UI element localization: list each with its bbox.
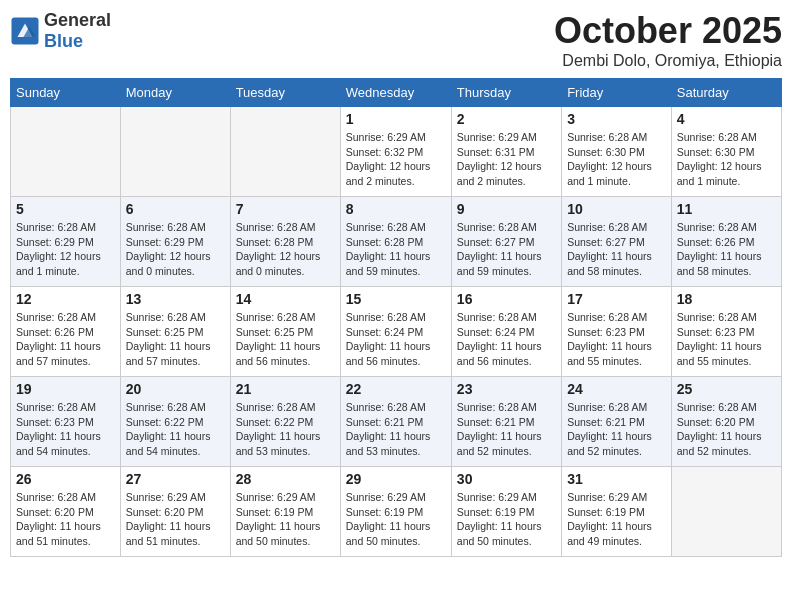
- day-info: Sunrise: 6:28 AMSunset: 6:22 PMDaylight:…: [126, 400, 225, 459]
- day-number: 24: [567, 381, 666, 397]
- day-header-sunday: Sunday: [11, 79, 121, 107]
- day-number: 3: [567, 111, 666, 127]
- day-info: Sunrise: 6:28 AMSunset: 6:23 PMDaylight:…: [567, 310, 666, 369]
- day-number: 19: [16, 381, 115, 397]
- logo: General Blue: [10, 10, 111, 52]
- day-header-thursday: Thursday: [451, 79, 561, 107]
- calendar-cell: 21Sunrise: 6:28 AMSunset: 6:22 PMDayligh…: [230, 377, 340, 467]
- page-header: General Blue October 2025 Dembi Dolo, Or…: [10, 10, 782, 70]
- calendar-cell: 7Sunrise: 6:28 AMSunset: 6:28 PMDaylight…: [230, 197, 340, 287]
- calendar-cell: 13Sunrise: 6:28 AMSunset: 6:25 PMDayligh…: [120, 287, 230, 377]
- day-info: Sunrise: 6:28 AMSunset: 6:27 PMDaylight:…: [457, 220, 556, 279]
- day-number: 14: [236, 291, 335, 307]
- calendar-cell: 25Sunrise: 6:28 AMSunset: 6:20 PMDayligh…: [671, 377, 781, 467]
- calendar-cell: 20Sunrise: 6:28 AMSunset: 6:22 PMDayligh…: [120, 377, 230, 467]
- logo-general-text: General: [44, 10, 111, 31]
- day-number: 16: [457, 291, 556, 307]
- day-info: Sunrise: 6:28 AMSunset: 6:21 PMDaylight:…: [346, 400, 446, 459]
- day-info: Sunrise: 6:28 AMSunset: 6:23 PMDaylight:…: [16, 400, 115, 459]
- calendar-cell: 30Sunrise: 6:29 AMSunset: 6:19 PMDayligh…: [451, 467, 561, 557]
- day-info: Sunrise: 6:28 AMSunset: 6:23 PMDaylight:…: [677, 310, 776, 369]
- day-number: 22: [346, 381, 446, 397]
- day-info: Sunrise: 6:28 AMSunset: 6:20 PMDaylight:…: [16, 490, 115, 549]
- day-number: 20: [126, 381, 225, 397]
- day-number: 29: [346, 471, 446, 487]
- day-info: Sunrise: 6:28 AMSunset: 6:28 PMDaylight:…: [346, 220, 446, 279]
- calendar-week-row: 1Sunrise: 6:29 AMSunset: 6:32 PMDaylight…: [11, 107, 782, 197]
- day-info: Sunrise: 6:28 AMSunset: 6:27 PMDaylight:…: [567, 220, 666, 279]
- location-text: Dembi Dolo, Oromiya, Ethiopia: [554, 52, 782, 70]
- day-header-wednesday: Wednesday: [340, 79, 451, 107]
- day-number: 13: [126, 291, 225, 307]
- day-number: 9: [457, 201, 556, 217]
- day-number: 11: [677, 201, 776, 217]
- day-info: Sunrise: 6:29 AMSunset: 6:19 PMDaylight:…: [236, 490, 335, 549]
- day-number: 25: [677, 381, 776, 397]
- calendar-cell: 1Sunrise: 6:29 AMSunset: 6:32 PMDaylight…: [340, 107, 451, 197]
- day-header-tuesday: Tuesday: [230, 79, 340, 107]
- title-block: October 2025 Dembi Dolo, Oromiya, Ethiop…: [554, 10, 782, 70]
- calendar-cell: 15Sunrise: 6:28 AMSunset: 6:24 PMDayligh…: [340, 287, 451, 377]
- day-number: 17: [567, 291, 666, 307]
- calendar-cell: [11, 107, 121, 197]
- day-header-monday: Monday: [120, 79, 230, 107]
- logo-text: General Blue: [44, 10, 111, 52]
- day-number: 1: [346, 111, 446, 127]
- day-number: 2: [457, 111, 556, 127]
- calendar-cell: 3Sunrise: 6:28 AMSunset: 6:30 PMDaylight…: [562, 107, 672, 197]
- calendar-cell: [230, 107, 340, 197]
- day-number: 27: [126, 471, 225, 487]
- day-info: Sunrise: 6:28 AMSunset: 6:21 PMDaylight:…: [567, 400, 666, 459]
- day-number: 4: [677, 111, 776, 127]
- day-info: Sunrise: 6:29 AMSunset: 6:32 PMDaylight:…: [346, 130, 446, 189]
- calendar-cell: 14Sunrise: 6:28 AMSunset: 6:25 PMDayligh…: [230, 287, 340, 377]
- calendar-cell: 18Sunrise: 6:28 AMSunset: 6:23 PMDayligh…: [671, 287, 781, 377]
- day-info: Sunrise: 6:28 AMSunset: 6:25 PMDaylight:…: [236, 310, 335, 369]
- day-info: Sunrise: 6:28 AMSunset: 6:28 PMDaylight:…: [236, 220, 335, 279]
- calendar-cell: 29Sunrise: 6:29 AMSunset: 6:19 PMDayligh…: [340, 467, 451, 557]
- logo-blue-text: Blue: [44, 31, 111, 52]
- day-number: 30: [457, 471, 556, 487]
- day-info: Sunrise: 6:28 AMSunset: 6:26 PMDaylight:…: [16, 310, 115, 369]
- day-info: Sunrise: 6:28 AMSunset: 6:30 PMDaylight:…: [567, 130, 666, 189]
- day-number: 7: [236, 201, 335, 217]
- calendar-cell: 8Sunrise: 6:28 AMSunset: 6:28 PMDaylight…: [340, 197, 451, 287]
- calendar-table: SundayMondayTuesdayWednesdayThursdayFrid…: [10, 78, 782, 557]
- calendar-cell: 26Sunrise: 6:28 AMSunset: 6:20 PMDayligh…: [11, 467, 121, 557]
- day-info: Sunrise: 6:29 AMSunset: 6:31 PMDaylight:…: [457, 130, 556, 189]
- calendar-cell: 9Sunrise: 6:28 AMSunset: 6:27 PMDaylight…: [451, 197, 561, 287]
- month-title: October 2025: [554, 10, 782, 52]
- calendar-cell: 27Sunrise: 6:29 AMSunset: 6:20 PMDayligh…: [120, 467, 230, 557]
- calendar-cell: 17Sunrise: 6:28 AMSunset: 6:23 PMDayligh…: [562, 287, 672, 377]
- day-number: 10: [567, 201, 666, 217]
- day-info: Sunrise: 6:28 AMSunset: 6:26 PMDaylight:…: [677, 220, 776, 279]
- day-info: Sunrise: 6:28 AMSunset: 6:24 PMDaylight:…: [457, 310, 556, 369]
- day-info: Sunrise: 6:28 AMSunset: 6:21 PMDaylight:…: [457, 400, 556, 459]
- calendar-cell: 19Sunrise: 6:28 AMSunset: 6:23 PMDayligh…: [11, 377, 121, 467]
- day-info: Sunrise: 6:28 AMSunset: 6:22 PMDaylight:…: [236, 400, 335, 459]
- day-info: Sunrise: 6:28 AMSunset: 6:20 PMDaylight:…: [677, 400, 776, 459]
- day-info: Sunrise: 6:28 AMSunset: 6:24 PMDaylight:…: [346, 310, 446, 369]
- calendar-cell: 5Sunrise: 6:28 AMSunset: 6:29 PMDaylight…: [11, 197, 121, 287]
- day-number: 6: [126, 201, 225, 217]
- day-info: Sunrise: 6:29 AMSunset: 6:19 PMDaylight:…: [346, 490, 446, 549]
- logo-icon: [10, 16, 40, 46]
- day-number: 21: [236, 381, 335, 397]
- calendar-cell: 31Sunrise: 6:29 AMSunset: 6:19 PMDayligh…: [562, 467, 672, 557]
- day-number: 31: [567, 471, 666, 487]
- calendar-cell: 4Sunrise: 6:28 AMSunset: 6:30 PMDaylight…: [671, 107, 781, 197]
- calendar-week-row: 26Sunrise: 6:28 AMSunset: 6:20 PMDayligh…: [11, 467, 782, 557]
- day-info: Sunrise: 6:29 AMSunset: 6:20 PMDaylight:…: [126, 490, 225, 549]
- day-number: 18: [677, 291, 776, 307]
- day-number: 5: [16, 201, 115, 217]
- calendar-cell: 16Sunrise: 6:28 AMSunset: 6:24 PMDayligh…: [451, 287, 561, 377]
- calendar-cell: [671, 467, 781, 557]
- day-number: 28: [236, 471, 335, 487]
- day-info: Sunrise: 6:28 AMSunset: 6:25 PMDaylight:…: [126, 310, 225, 369]
- calendar-week-row: 12Sunrise: 6:28 AMSunset: 6:26 PMDayligh…: [11, 287, 782, 377]
- calendar-cell: 10Sunrise: 6:28 AMSunset: 6:27 PMDayligh…: [562, 197, 672, 287]
- day-number: 12: [16, 291, 115, 307]
- day-info: Sunrise: 6:28 AMSunset: 6:29 PMDaylight:…: [126, 220, 225, 279]
- calendar-cell: 23Sunrise: 6:28 AMSunset: 6:21 PMDayligh…: [451, 377, 561, 467]
- calendar-cell: 28Sunrise: 6:29 AMSunset: 6:19 PMDayligh…: [230, 467, 340, 557]
